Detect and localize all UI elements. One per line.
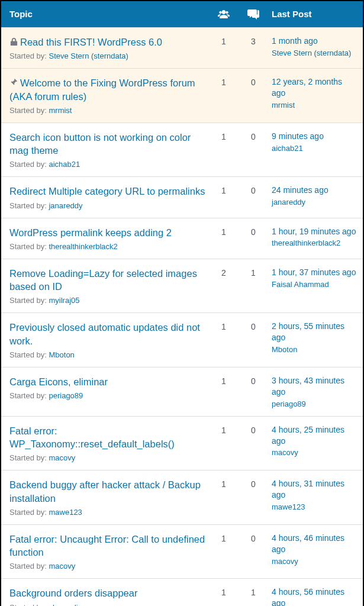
voices-count: 1	[209, 131, 239, 169]
last-post-cell: 24 minutes ago janareddy	[268, 185, 363, 209]
topic-title-wrap: Redirect Multiple category URL to permal…	[9, 185, 209, 198]
table-row: Redirect Multiple category URL to permal…	[1, 176, 363, 217]
topic-title-link[interactable]: Background orders disappear	[9, 588, 137, 598]
topic-title-wrap: Search icon button is not working on col…	[9, 131, 209, 157]
last-post-time[interactable]: 24 minutes ago	[272, 185, 358, 196]
voices-count: 2	[209, 267, 239, 305]
last-post-cell: 1 month ago Steve Stern (sterndata)	[268, 36, 363, 60]
started-by-label: Started by:	[9, 242, 49, 251]
topic-title-link[interactable]: Welcome to the Fixing WordPress forum (A…	[9, 78, 195, 101]
topic-title-wrap: Remove Loading=Lazy for selected images …	[9, 267, 209, 294]
last-post-time[interactable]: 3 hours, 43 minutes ago	[272, 375, 358, 398]
author-link[interactable]: mawe123	[49, 508, 82, 517]
started-by: Started by: shemediy	[9, 603, 209, 606]
replies-count: 0	[239, 76, 268, 115]
replies-count: 1	[239, 267, 268, 305]
table-row: Carga Eicons, eliminar Started by: peria…	[1, 367, 363, 416]
topic-cell: Fatal error: Uncaught Error: Call to und…	[1, 533, 209, 571]
started-by: Started by: therealthinkerblack2	[9, 242, 209, 251]
last-post-time[interactable]: 4 hours, 31 minutes ago	[272, 478, 358, 501]
topic-title-link[interactable]: Backend buggy after hacker attack / Back…	[9, 479, 201, 503]
last-post-author[interactable]: mrmist	[272, 101, 358, 109]
last-post-author[interactable]: janareddy	[272, 198, 358, 207]
topic-title-link[interactable]: Fatal error: Uncaught Error: Call to und…	[9, 534, 205, 557]
last-post-author[interactable]: aichab21	[272, 144, 358, 153]
last-post-cell: 4 hours, 31 minutes ago mawe123	[268, 478, 363, 517]
table-row: WordPress permalink keeps adding 2 Start…	[1, 218, 363, 259]
last-post-author[interactable]: Steve Stern (sterndata)	[272, 49, 358, 57]
started-by-label: Started by:	[9, 562, 49, 570]
author-link[interactable]: janareddy	[49, 201, 82, 210]
author-link[interactable]: shemediy	[49, 603, 82, 606]
last-post-author[interactable]: mawe123	[272, 502, 358, 511]
replies-count: 0	[239, 321, 268, 359]
last-post-time[interactable]: 1 hour, 37 minutes ago	[272, 267, 358, 278]
topic-title-wrap: Background orders disappear	[9, 586, 209, 599]
author-link[interactable]: macovy	[49, 453, 75, 462]
last-post-time[interactable]: 12 years, 2 months ago	[272, 76, 358, 99]
last-post-time[interactable]: 4 hours, 25 minutes ago	[272, 424, 358, 447]
replies-count: 0	[239, 478, 268, 517]
author-link[interactable]: macovy	[49, 562, 75, 570]
topics-list: Read this FIRST! WordPress 6.0 Started b…	[1, 27, 363, 606]
author-link[interactable]: Mboton	[49, 350, 74, 359]
topic-cell: Previously closed automatic updates did …	[1, 321, 209, 359]
voices-count: 1	[209, 375, 239, 408]
table-row: Remove Loading=Lazy for selected images …	[1, 259, 363, 313]
table-row: Fatal error: WP_Taxonomy::reset_default_…	[1, 416, 363, 470]
author-link[interactable]: mrmist	[49, 106, 72, 115]
started-by: Started by: mawe123	[9, 508, 209, 517]
last-post-author[interactable]: Faisal Ahammad	[272, 280, 358, 289]
topic-title-link[interactable]: Read this FIRST! WordPress 6.0	[20, 37, 162, 47]
started-by: Started by: janareddy	[9, 201, 209, 210]
table-header: Topic Last Post	[1, 1, 363, 27]
started-by-label: Started by:	[9, 453, 49, 462]
topic-title-link[interactable]: Search icon button is not working on col…	[9, 132, 191, 156]
topic-cell: WordPress permalink keeps adding 2 Start…	[1, 226, 209, 251]
replies-count: 0	[239, 375, 268, 408]
author-link[interactable]: periago89	[49, 391, 83, 400]
last-post-author[interactable]: macovy	[272, 448, 358, 457]
last-post-author[interactable]: therealthinkerblack2	[272, 238, 358, 247]
table-row: Fatal error: Uncaught Error: Call to und…	[1, 524, 363, 579]
last-post-cell: 2 hours, 55 minutes ago Mboton	[268, 321, 363, 359]
replies-count: 3	[239, 36, 268, 60]
topic-title-wrap: Read this FIRST! WordPress 6.0	[9, 36, 209, 49]
last-post-cell: 1 hour, 19 minutes ago therealthinkerbla…	[268, 226, 363, 251]
last-post-time[interactable]: 2 hours, 55 minutes ago	[272, 321, 358, 343]
topic-title-wrap: Previously closed automatic updates did …	[9, 321, 209, 347]
topic-cell: Redirect Multiple category URL to permal…	[1, 185, 209, 209]
last-post-time[interactable]: 4 hours, 46 minutes ago	[272, 533, 358, 555]
last-post-cell: 12 years, 2 months ago mrmist	[268, 76, 363, 115]
author-link[interactable]: myilraj05	[49, 296, 79, 305]
started-by-label: Started by:	[9, 106, 49, 115]
voices-count: 1	[209, 36, 239, 60]
last-post-author[interactable]: macovy	[272, 557, 358, 566]
topic-title-wrap: Fatal error: Uncaught Error: Call to und…	[9, 533, 209, 559]
voices-count: 1	[209, 478, 239, 517]
author-link[interactable]: aichab21	[49, 160, 80, 169]
last-post-author[interactable]: periago89	[272, 399, 358, 408]
table-row: Backend buggy after hacker attack / Back…	[1, 470, 363, 524]
started-by: Started by: macovy	[9, 453, 209, 462]
last-post-time[interactable]: 4 hours, 56 minutes ago	[272, 586, 358, 606]
topic-title-link[interactable]: Previously closed automatic updates did …	[9, 322, 200, 346]
voices-count: 1	[209, 424, 239, 463]
topic-title-link[interactable]: Remove Loading=Lazy for selected images …	[9, 268, 197, 292]
table-row: Background orders disappear Started by: …	[1, 578, 363, 606]
topic-title-link[interactable]: Redirect Multiple category URL to permal…	[9, 186, 205, 196]
topic-title-wrap: Welcome to the Fixing WordPress forum (A…	[9, 76, 209, 103]
author-link[interactable]: Steve Stern (sterndata)	[49, 51, 128, 60]
topic-cell: Search icon button is not working on col…	[1, 131, 209, 169]
topic-title-link[interactable]: WordPress permalink keeps adding 2	[9, 227, 172, 238]
last-post-time[interactable]: 1 hour, 19 minutes ago	[272, 226, 358, 237]
last-post-author[interactable]: Mboton	[272, 345, 358, 354]
author-link[interactable]: therealthinkerblack2	[49, 242, 117, 251]
replies-count: 0	[239, 424, 268, 463]
last-post-time[interactable]: 1 month ago	[272, 36, 358, 47]
last-post-time[interactable]: 9 minutes ago	[272, 131, 358, 142]
started-by-label: Started by:	[9, 508, 49, 517]
table-row: Previously closed automatic updates did …	[1, 312, 363, 367]
topic-title-link[interactable]: Carga Eicons, eliminar	[9, 376, 108, 387]
topic-title-link[interactable]: Fatal error: WP_Taxonomy::reset_default_…	[9, 426, 175, 449]
